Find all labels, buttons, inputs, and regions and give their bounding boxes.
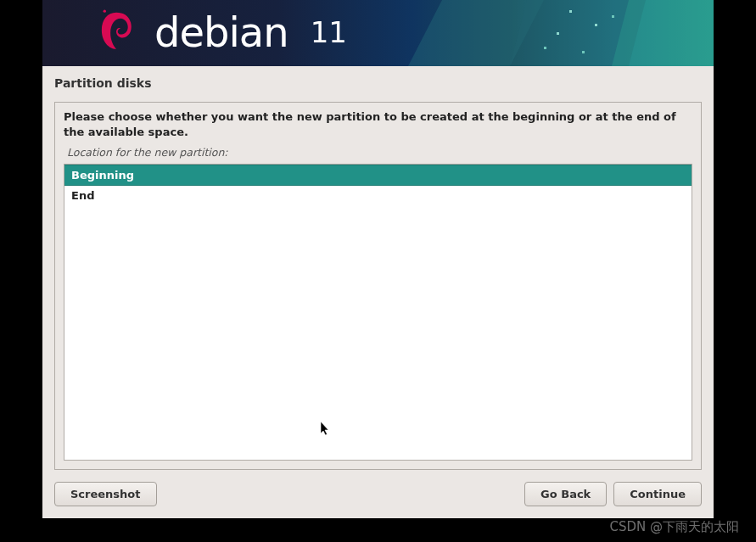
svg-marker-2 <box>612 0 714 66</box>
partition-location-list[interactable]: BeginningEnd <box>64 164 692 461</box>
installer-window: debian 11 Partition disks Please choose … <box>42 0 714 518</box>
svg-rect-7 <box>544 47 546 49</box>
header-banner: debian 11 <box>42 0 714 66</box>
main-panel: Please choose whether you want the new p… <box>54 102 702 470</box>
screenshot-button[interactable]: Screenshot <box>54 482 157 506</box>
spacer <box>164 482 518 506</box>
list-item[interactable]: Beginning <box>64 165 692 186</box>
page-title: Partition disks <box>42 66 714 97</box>
svg-rect-5 <box>557 32 559 35</box>
brand-name: debian <box>154 8 288 56</box>
svg-point-9 <box>104 9 106 12</box>
svg-rect-8 <box>582 51 585 53</box>
continue-button[interactable]: Continue <box>613 482 702 506</box>
svg-rect-3 <box>569 10 572 13</box>
button-bar: Screenshot Go Back Continue <box>42 470 714 518</box>
watermark: CSDN @下雨天的太阳 <box>609 519 739 535</box>
instruction-text: Please choose whether you want the new p… <box>64 109 692 139</box>
debian-swirl-icon <box>93 7 139 58</box>
brand-version: 11 <box>311 15 347 49</box>
svg-rect-6 <box>612 15 614 18</box>
list-item[interactable]: End <box>64 186 692 205</box>
svg-rect-4 <box>595 24 597 26</box>
banner-shapes <box>374 0 714 66</box>
list-label: Location for the new partition: <box>64 146 692 159</box>
go-back-button[interactable]: Go Back <box>524 482 607 506</box>
logo-area: debian 11 <box>93 7 347 58</box>
